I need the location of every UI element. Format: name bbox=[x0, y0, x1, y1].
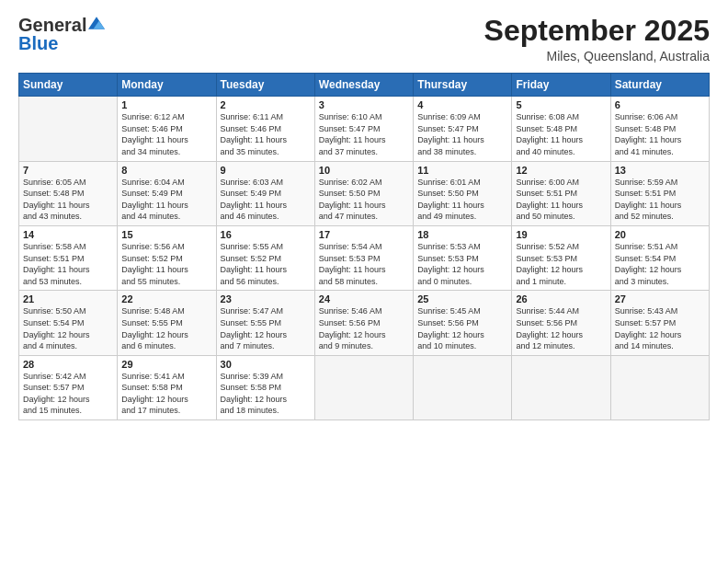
day-info: Sunrise: 6:10 AM Sunset: 5:47 PM Dayligh… bbox=[319, 111, 409, 157]
day-number: 5 bbox=[516, 99, 606, 110]
day-info: Sunrise: 6:06 AM Sunset: 5:48 PM Dayligh… bbox=[615, 111, 705, 157]
calendar-cell: 15Sunrise: 5:56 AM Sunset: 5:52 PM Dayli… bbox=[118, 225, 216, 290]
day-info: Sunrise: 6:01 AM Sunset: 5:50 PM Dayligh… bbox=[417, 177, 507, 223]
calendar-cell: 11Sunrise: 6:01 AM Sunset: 5:50 PM Dayli… bbox=[414, 161, 512, 225]
logo-blue: Blue bbox=[18, 33, 58, 53]
calendar-cell: 21Sunrise: 5:50 AM Sunset: 5:54 PM Dayli… bbox=[19, 291, 118, 355]
day-info: Sunrise: 5:44 AM Sunset: 5:56 PM Dayligh… bbox=[516, 305, 606, 351]
calendar-cell bbox=[610, 355, 709, 419]
day-info: Sunrise: 5:54 AM Sunset: 5:53 PM Dayligh… bbox=[319, 241, 409, 287]
calendar-cell: 4Sunrise: 6:09 AM Sunset: 5:47 PM Daylig… bbox=[414, 97, 512, 161]
calendar-week-row: 7Sunrise: 6:05 AM Sunset: 5:48 PM Daylig… bbox=[19, 161, 710, 225]
day-number: 11 bbox=[417, 165, 507, 176]
day-number: 9 bbox=[221, 165, 311, 176]
day-number: 16 bbox=[221, 229, 311, 240]
calendar-cell: 1Sunrise: 6:12 AM Sunset: 5:46 PM Daylig… bbox=[118, 97, 216, 161]
day-number: 27 bbox=[615, 293, 705, 304]
col-thursday: Thursday bbox=[414, 74, 512, 97]
logo-icon bbox=[88, 17, 105, 29]
day-info: Sunrise: 5:41 AM Sunset: 5:58 PM Dayligh… bbox=[121, 371, 211, 417]
day-info: Sunrise: 6:09 AM Sunset: 5:47 PM Dayligh… bbox=[417, 111, 507, 157]
day-number: 26 bbox=[516, 293, 606, 304]
calendar-cell: 30Sunrise: 5:39 AM Sunset: 5:58 PM Dayli… bbox=[216, 355, 314, 419]
calendar-cell: 19Sunrise: 5:52 AM Sunset: 5:53 PM Dayli… bbox=[512, 225, 610, 290]
day-info: Sunrise: 5:39 AM Sunset: 5:58 PM Dayligh… bbox=[221, 371, 311, 417]
day-number: 20 bbox=[615, 229, 705, 240]
calendar-cell bbox=[512, 355, 610, 419]
page: General Blue September 2025 Miles, Queen… bbox=[0, 0, 728, 563]
calendar-cell: 16Sunrise: 5:55 AM Sunset: 5:52 PM Dayli… bbox=[216, 225, 314, 290]
logo: General Blue bbox=[18, 15, 105, 54]
calendar-cell: 6Sunrise: 6:06 AM Sunset: 5:48 PM Daylig… bbox=[610, 97, 709, 161]
day-number: 29 bbox=[121, 359, 211, 370]
calendar-cell: 27Sunrise: 5:43 AM Sunset: 5:57 PM Dayli… bbox=[610, 291, 709, 355]
calendar-week-row: 28Sunrise: 5:42 AM Sunset: 5:57 PM Dayli… bbox=[19, 355, 710, 419]
calendar-cell bbox=[414, 355, 512, 419]
day-info: Sunrise: 5:42 AM Sunset: 5:57 PM Dayligh… bbox=[23, 371, 113, 417]
day-info: Sunrise: 5:56 AM Sunset: 5:52 PM Dayligh… bbox=[121, 241, 211, 287]
day-info: Sunrise: 6:02 AM Sunset: 5:50 PM Dayligh… bbox=[319, 177, 409, 223]
day-info: Sunrise: 5:50 AM Sunset: 5:54 PM Dayligh… bbox=[23, 305, 113, 351]
calendar-cell bbox=[19, 97, 118, 161]
day-number: 1 bbox=[121, 99, 211, 110]
day-info: Sunrise: 6:05 AM Sunset: 5:48 PM Dayligh… bbox=[23, 177, 113, 223]
day-info: Sunrise: 6:11 AM Sunset: 5:46 PM Dayligh… bbox=[221, 111, 311, 157]
calendar-cell: 13Sunrise: 5:59 AM Sunset: 5:51 PM Dayli… bbox=[610, 161, 709, 225]
day-number: 25 bbox=[417, 293, 507, 304]
day-number: 18 bbox=[417, 229, 507, 240]
calendar-cell: 14Sunrise: 5:58 AM Sunset: 5:51 PM Dayli… bbox=[19, 225, 118, 290]
day-number: 23 bbox=[221, 293, 311, 304]
logo-general: General bbox=[18, 15, 86, 35]
day-info: Sunrise: 5:45 AM Sunset: 5:56 PM Dayligh… bbox=[417, 305, 507, 351]
calendar-week-row: 14Sunrise: 5:58 AM Sunset: 5:51 PM Dayli… bbox=[19, 225, 710, 290]
day-info: Sunrise: 5:46 AM Sunset: 5:56 PM Dayligh… bbox=[319, 305, 409, 351]
day-number: 10 bbox=[319, 165, 409, 176]
calendar-cell: 29Sunrise: 5:41 AM Sunset: 5:58 PM Dayli… bbox=[118, 355, 216, 419]
header: General Blue September 2025 Miles, Queen… bbox=[18, 15, 710, 63]
day-number: 30 bbox=[221, 359, 311, 370]
calendar-cell: 5Sunrise: 6:08 AM Sunset: 5:48 PM Daylig… bbox=[512, 97, 610, 161]
day-number: 8 bbox=[121, 165, 211, 176]
day-info: Sunrise: 5:58 AM Sunset: 5:51 PM Dayligh… bbox=[23, 241, 113, 287]
calendar-cell: 18Sunrise: 5:53 AM Sunset: 5:53 PM Dayli… bbox=[414, 225, 512, 290]
calendar-cell: 10Sunrise: 6:02 AM Sunset: 5:50 PM Dayli… bbox=[314, 161, 413, 225]
day-info: Sunrise: 6:04 AM Sunset: 5:49 PM Dayligh… bbox=[121, 177, 211, 223]
day-info: Sunrise: 6:03 AM Sunset: 5:49 PM Dayligh… bbox=[221, 177, 311, 223]
day-number: 22 bbox=[121, 293, 211, 304]
title-block: September 2025 Miles, Queensland, Austra… bbox=[484, 15, 710, 63]
day-info: Sunrise: 6:12 AM Sunset: 5:46 PM Dayligh… bbox=[121, 111, 211, 157]
subtitle: Miles, Queensland, Australia bbox=[484, 49, 710, 63]
day-info: Sunrise: 5:59 AM Sunset: 5:51 PM Dayligh… bbox=[615, 177, 705, 223]
calendar-cell: 3Sunrise: 6:10 AM Sunset: 5:47 PM Daylig… bbox=[314, 97, 413, 161]
calendar-cell: 9Sunrise: 6:03 AM Sunset: 5:49 PM Daylig… bbox=[216, 161, 314, 225]
day-number: 24 bbox=[319, 293, 409, 304]
day-info: Sunrise: 5:51 AM Sunset: 5:54 PM Dayligh… bbox=[615, 241, 705, 287]
day-number: 12 bbox=[516, 165, 606, 176]
day-number: 6 bbox=[615, 99, 705, 110]
day-number: 7 bbox=[23, 165, 113, 176]
day-info: Sunrise: 5:52 AM Sunset: 5:53 PM Dayligh… bbox=[516, 241, 606, 287]
day-number: 28 bbox=[23, 359, 113, 370]
day-info: Sunrise: 5:48 AM Sunset: 5:55 PM Dayligh… bbox=[121, 305, 211, 351]
calendar-cell: 24Sunrise: 5:46 AM Sunset: 5:56 PM Dayli… bbox=[314, 291, 413, 355]
calendar-cell bbox=[314, 355, 413, 419]
day-info: Sunrise: 6:00 AM Sunset: 5:51 PM Dayligh… bbox=[516, 177, 606, 223]
day-number: 17 bbox=[319, 229, 409, 240]
col-saturday: Saturday bbox=[610, 74, 709, 97]
calendar-cell: 22Sunrise: 5:48 AM Sunset: 5:55 PM Dayli… bbox=[118, 291, 216, 355]
day-number: 3 bbox=[319, 99, 409, 110]
calendar-cell: 26Sunrise: 5:44 AM Sunset: 5:56 PM Dayli… bbox=[512, 291, 610, 355]
col-wednesday: Wednesday bbox=[314, 74, 413, 97]
calendar-cell: 2Sunrise: 6:11 AM Sunset: 5:46 PM Daylig… bbox=[216, 97, 314, 161]
day-info: Sunrise: 6:08 AM Sunset: 5:48 PM Dayligh… bbox=[516, 111, 606, 157]
day-info: Sunrise: 5:43 AM Sunset: 5:57 PM Dayligh… bbox=[615, 305, 705, 351]
calendar: Sunday Monday Tuesday Wednesday Thursday… bbox=[18, 73, 710, 420]
calendar-week-row: 1Sunrise: 6:12 AM Sunset: 5:46 PM Daylig… bbox=[19, 97, 710, 161]
col-sunday: Sunday bbox=[19, 74, 118, 97]
day-info: Sunrise: 5:55 AM Sunset: 5:52 PM Dayligh… bbox=[221, 241, 311, 287]
day-number: 21 bbox=[23, 293, 113, 304]
day-number: 4 bbox=[417, 99, 507, 110]
day-info: Sunrise: 5:47 AM Sunset: 5:55 PM Dayligh… bbox=[221, 305, 311, 351]
calendar-cell: 28Sunrise: 5:42 AM Sunset: 5:57 PM Dayli… bbox=[19, 355, 118, 419]
main-title: September 2025 bbox=[484, 15, 710, 47]
